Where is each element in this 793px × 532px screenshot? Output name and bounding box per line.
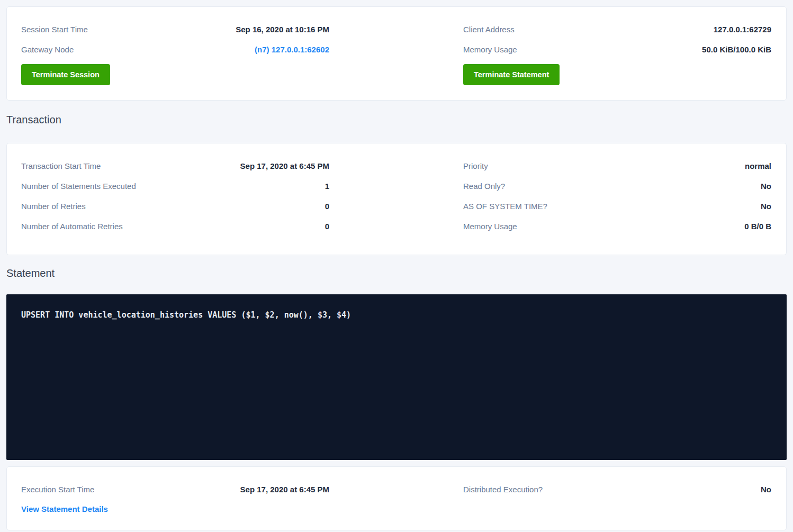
statements-executed-label: Number of Statements Executed bbox=[21, 182, 136, 191]
priority-value: normal bbox=[745, 161, 771, 170]
execution-left-column: Execution Start Time Sep 17, 2020 at 6:4… bbox=[21, 479, 329, 518]
transaction-start-time-value: Sep 17, 2020 at 6:45 PM bbox=[240, 161, 329, 170]
view-statement-details-row: View Statement Details bbox=[21, 499, 329, 518]
distributed-execution-row: Distributed Execution? No bbox=[463, 479, 771, 499]
session-summary-left-column: Session Start Time Sep 16, 2020 at 10:16… bbox=[21, 19, 329, 85]
read-only-value: No bbox=[761, 182, 771, 191]
execution-right-column: Distributed Execution? No bbox=[463, 479, 771, 518]
statements-executed-value: 1 bbox=[325, 182, 329, 191]
client-address-label: Client Address bbox=[463, 25, 515, 34]
transaction-grid: Transaction Start Time Sep 17, 2020 at 6… bbox=[21, 156, 771, 236]
statement-sql-text: UPSERT INTO vehicle_location_histories V… bbox=[21, 310, 351, 320]
transaction-start-time-label: Transaction Start Time bbox=[21, 161, 101, 170]
session-memory-usage-label: Memory Usage bbox=[463, 45, 517, 54]
transaction-left-column: Transaction Start Time Sep 17, 2020 at 6… bbox=[21, 156, 329, 236]
transaction-card: Transaction Start Time Sep 17, 2020 at 6… bbox=[6, 143, 787, 255]
priority-row: Priority normal bbox=[463, 156, 771, 176]
session-start-time-label: Session Start Time bbox=[21, 25, 88, 34]
session-summary-grid: Session Start Time Sep 16, 2020 at 10:16… bbox=[21, 19, 771, 85]
session-summary-card: Session Start Time Sep 16, 2020 at 10:16… bbox=[6, 6, 787, 101]
gateway-node-link[interactable]: (n7) 127.0.0.1:62602 bbox=[255, 45, 329, 54]
session-memory-usage-row: Memory Usage 50.0 KiB/100.0 KiB bbox=[463, 39, 771, 59]
transaction-start-time-row: Transaction Start Time Sep 17, 2020 at 6… bbox=[21, 156, 329, 176]
transaction-right-column: Priority normal Read Only? No AS OF SYST… bbox=[463, 156, 771, 236]
execution-summary-card: Execution Start Time Sep 17, 2020 at 6:4… bbox=[6, 466, 787, 530]
execution-start-time-value: Sep 17, 2020 at 6:45 PM bbox=[240, 485, 329, 494]
execution-start-time-row: Execution Start Time Sep 17, 2020 at 6:4… bbox=[21, 479, 329, 499]
automatic-retries-label: Number of Automatic Retries bbox=[21, 222, 123, 231]
session-summary-right-column: Client Address 127.0.0.1:62729 Memory Us… bbox=[463, 19, 771, 85]
client-address-row: Client Address 127.0.0.1:62729 bbox=[463, 19, 771, 39]
as-of-system-time-row: AS OF SYSTEM TIME? No bbox=[463, 196, 771, 216]
statement-section-title: Statement bbox=[6, 266, 787, 281]
view-statement-details-link[interactable]: View Statement Details bbox=[21, 504, 108, 513]
transaction-memory-usage-label: Memory Usage bbox=[463, 222, 517, 231]
terminate-session-button[interactable]: Terminate Session bbox=[21, 64, 110, 85]
transaction-section-title: Transaction bbox=[6, 112, 787, 127]
as-of-system-time-value: No bbox=[761, 202, 771, 211]
automatic-retries-row: Number of Automatic Retries 0 bbox=[21, 216, 329, 236]
read-only-row: Read Only? No bbox=[463, 176, 771, 196]
session-start-time-value: Sep 16, 2020 at 10:16 PM bbox=[236, 25, 329, 34]
number-of-retries-row: Number of Retries 0 bbox=[21, 196, 329, 216]
gateway-node-row: Gateway Node (n7) 127.0.0.1:62602 bbox=[21, 39, 329, 59]
statement-sql-box: UPSERT INTO vehicle_location_histories V… bbox=[6, 294, 787, 460]
number-of-retries-value: 0 bbox=[325, 202, 329, 211]
terminate-statement-button[interactable]: Terminate Statement bbox=[463, 64, 560, 85]
transaction-memory-usage-row: Memory Usage 0 B/0 B bbox=[463, 216, 771, 236]
read-only-label: Read Only? bbox=[463, 182, 505, 191]
statements-executed-row: Number of Statements Executed 1 bbox=[21, 176, 329, 196]
distributed-execution-value: No bbox=[761, 485, 771, 494]
session-memory-usage-value: 50.0 KiB/100.0 KiB bbox=[702, 45, 771, 54]
execution-start-time-label: Execution Start Time bbox=[21, 485, 94, 494]
execution-grid: Execution Start Time Sep 17, 2020 at 6:4… bbox=[21, 479, 771, 518]
number-of-retries-label: Number of Retries bbox=[21, 202, 86, 211]
distributed-execution-label: Distributed Execution? bbox=[463, 485, 543, 494]
transaction-memory-usage-value: 0 B/0 B bbox=[744, 222, 771, 231]
as-of-system-time-label: AS OF SYSTEM TIME? bbox=[463, 202, 547, 211]
session-start-time-row: Session Start Time Sep 16, 2020 at 10:16… bbox=[21, 19, 329, 39]
session-details-page: Session Start Time Sep 16, 2020 at 10:16… bbox=[0, 0, 793, 530]
client-address-value: 127.0.0.1:62729 bbox=[714, 25, 771, 34]
priority-label: Priority bbox=[463, 161, 488, 170]
gateway-node-label: Gateway Node bbox=[21, 45, 74, 54]
automatic-retries-value: 0 bbox=[325, 222, 329, 231]
